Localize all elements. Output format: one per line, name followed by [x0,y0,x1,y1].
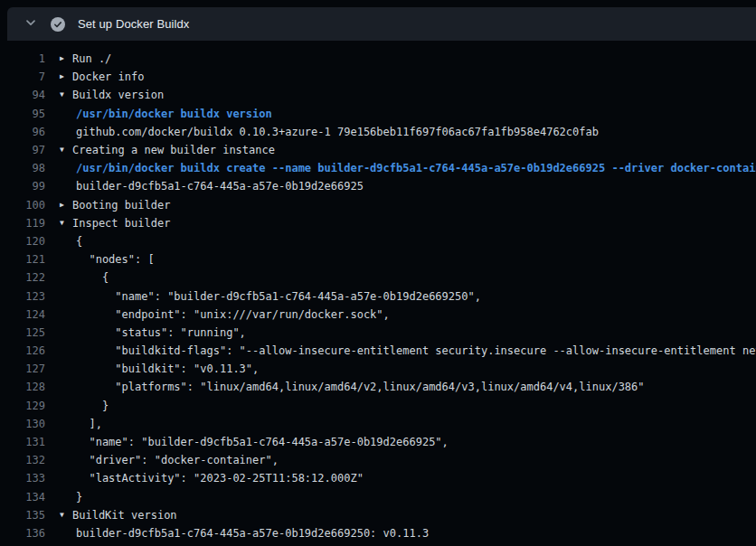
log-line-number[interactable]: 124 [0,308,45,321]
log-text: } [76,400,109,412]
triangle-right-icon: ▶ [60,202,72,209]
log-text: ], [76,418,102,430]
log-text: "buildkitd-flags": "--allow-insecure-ent… [76,344,756,357]
log-output-text: "endpoint": "unix:///var/run/docker.sock… [60,308,390,321]
log-line: 131 "name": "builder-d9cfb5a1-c764-445a-… [0,433,756,451]
log-output-text: ], [60,418,102,430]
log-group-row: 1▶Run ./ [0,50,756,68]
log-text: } [76,491,82,504]
log-line-number[interactable]: 126 [0,344,45,357]
log-line-number[interactable]: 120 [0,235,45,248]
log-text: github.com/docker/buildx 0.10.3+azure-1 … [76,126,599,138]
log-text: { [76,271,109,284]
log-line-number[interactable]: 128 [0,381,45,393]
log-line: 124 "endpoint": "unix:///var/run/docker.… [0,306,756,324]
log-output-text: { [60,271,109,284]
log-group-toggle[interactable]: ▼Inspect builder [60,217,170,230]
log-line-number[interactable]: 95 [0,108,45,120]
log-text: "name": "builder-d9cfb5a1-c764-445a-a57e… [76,290,481,303]
triangle-down-icon: ▼ [60,220,72,227]
log-line-number[interactable]: 1 [0,52,45,65]
log-line: 95/usr/bin/docker buildx version [0,105,756,123]
log-line-number[interactable]: 119 [0,217,45,230]
log-line: 130 ], [0,415,756,433]
log-line: 134} [0,488,756,506]
log-line-number[interactable]: 134 [0,491,45,504]
log-line-number[interactable]: 94 [0,89,45,101]
log-group-toggle[interactable]: ▼Buildx version [60,89,164,101]
log-group-row: 97▼Creating a new builder instance [0,141,756,159]
log-line-number[interactable]: 127 [0,362,45,375]
log-text: "driver": "docker-container", [76,454,279,466]
log-text: "endpoint": "unix:///var/run/docker.sock… [76,308,390,321]
log-line: 128 "platforms": "linux/amd64,linux/amd6… [0,378,756,396]
log-line-number[interactable]: 97 [0,144,45,156]
log-output-text: "name": "builder-d9cfb5a1-c764-445a-a57e… [60,436,449,448]
log-line: 133 "lastActivity": "2023-02-25T11:58:12… [0,469,756,487]
log-line-number[interactable]: 99 [0,180,45,193]
log-output-text: builder-d9cfb5a1-c764-445a-a57e-0b19d2e6… [60,180,364,193]
step-header[interactable]: Set up Docker Buildx [7,7,756,41]
log-line-number[interactable]: 7 [0,71,45,83]
log-line-number[interactable]: 100 [0,199,45,212]
log-group-row: 135▼BuildKit version [0,506,756,524]
log-text: builder-d9cfb5a1-c764-445a-a57e-0b19d2e6… [76,527,429,540]
log-output-text: github.com/docker/buildx 0.10.3+azure-1 … [60,126,599,138]
log-line: 120{ [0,232,756,250]
log-group-row: 119▼Inspect builder [0,214,756,232]
log-line: 123 "name": "builder-d9cfb5a1-c764-445a-… [0,287,756,305]
log-output-text: } [60,491,82,504]
log-line-number[interactable]: 122 [0,271,45,284]
log-line: 99builder-d9cfb5a1-c764-445a-a57e-0b19d2… [0,177,756,195]
log-line: 136builder-d9cfb5a1-c764-445a-a57e-0b19d… [0,524,756,542]
log-output-text: "nodes": [ [60,253,155,266]
log-group-row: 94▼Buildx version [0,86,756,104]
log-line-number[interactable]: 136 [0,527,45,540]
log-line-number[interactable]: 98 [0,162,45,174]
log-group-row: 100▶Booting builder [0,196,756,214]
log-line: 126 "buildkitd-flags": "--allow-insecure… [0,342,756,360]
log-line: 127 "buildkit": "v0.11.3", [0,360,756,378]
log-group-toggle[interactable]: ▶Docker info [60,71,144,83]
log-group-toggle[interactable]: ▶Booting builder [60,199,170,212]
log-text: Buildx version [72,89,164,101]
log-output-text: "status": "running", [60,326,246,339]
log-line: 132 "driver": "docker-container", [0,451,756,469]
log-output-text: "driver": "docker-container", [60,454,279,466]
log-text: Inspect builder [72,217,170,230]
log-line-number[interactable]: 129 [0,400,45,412]
log-viewer: 1▶Run ./7▶Docker info94▼Buildx version95… [0,50,756,542]
log-line: 125 "status": "running", [0,324,756,342]
log-text: Creating a new builder instance [72,144,275,156]
triangle-down-icon: ▼ [60,91,72,99]
log-line-number[interactable]: 130 [0,418,45,430]
log-text: "lastActivity": "2023-02-25T11:58:12.000… [76,472,364,485]
log-line-number[interactable]: 96 [0,126,45,138]
log-line-number[interactable]: 125 [0,326,45,339]
check-circle-icon [51,17,65,32]
log-text: "nodes": [ [76,253,155,266]
log-line-number[interactable]: 133 [0,472,45,485]
log-group-toggle[interactable]: ▶Run ./ [60,52,111,65]
triangle-down-icon: ▼ [60,146,72,154]
collapse-step-button[interactable] [22,15,40,33]
log-line-number[interactable]: 132 [0,454,45,466]
log-output-text: "platforms": "linux/amd64,linux/amd64/v2… [60,381,645,393]
log-line-number[interactable]: 131 [0,436,45,448]
log-output-text: "name": "builder-d9cfb5a1-c764-445a-a57e… [60,290,481,303]
log-line-number[interactable]: 135 [0,509,45,522]
log-output-text: "lastActivity": "2023-02-25T11:58:12.000… [60,472,364,485]
log-text: Docker info [72,71,144,83]
log-text: Booting builder [72,199,170,212]
log-line: 98/usr/bin/docker buildx create --name b… [0,159,756,177]
log-group-toggle[interactable]: ▼BuildKit version [60,509,177,522]
log-output-text: { [60,235,82,248]
log-text: "platforms": "linux/amd64,linux/amd64/v2… [76,381,645,393]
log-text: "name": "builder-d9cfb5a1-c764-445a-a57e… [76,436,449,448]
log-line-number[interactable]: 121 [0,253,45,266]
triangle-right-icon: ▶ [60,73,72,80]
log-text: /usr/bin/docker buildx version [76,108,272,120]
log-group-toggle[interactable]: ▼Creating a new builder instance [60,144,275,156]
log-group-row: 7▶Docker info [0,68,756,86]
log-line-number[interactable]: 123 [0,290,45,303]
